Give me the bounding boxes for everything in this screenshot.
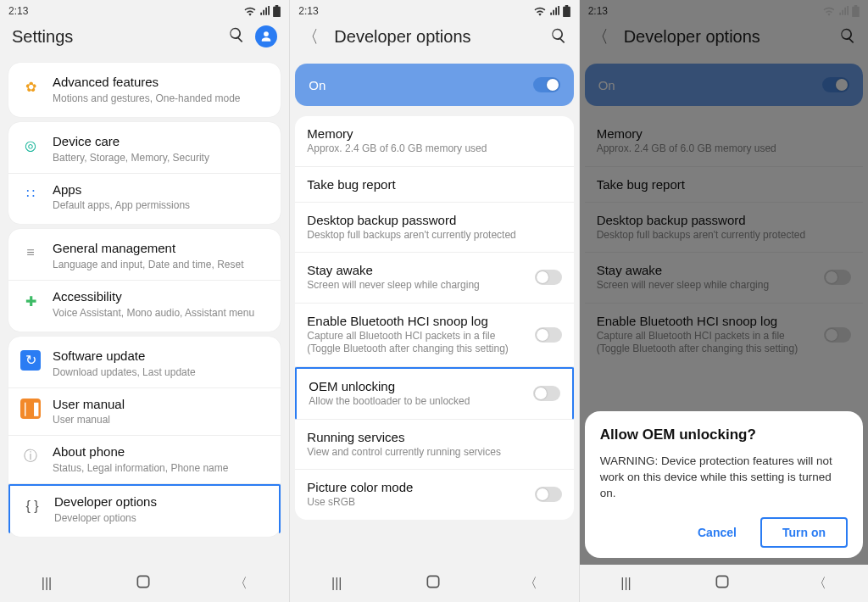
- dialog-title: Allow OEM unlocking?: [600, 426, 848, 443]
- status-time: 2:13: [298, 5, 318, 17]
- item-title: Developer options: [54, 494, 267, 510]
- wifi-icon: [244, 6, 256, 16]
- recents-button[interactable]: |||: [42, 576, 52, 591]
- item-title: Advanced features: [53, 75, 269, 91]
- switch-off-icon[interactable]: [824, 270, 851, 285]
- back-button[interactable]: 〈: [592, 25, 609, 48]
- item-subtitle: Approx. 2.4 GB of 6.0 GB memory used: [597, 142, 815, 156]
- settings-item-user-manual[interactable]: ❘❚ User manual User manual: [8, 388, 281, 437]
- item-subtitle: Approx. 2.4 GB of 6.0 GB memory used: [307, 142, 526, 156]
- back-button[interactable]: 〈: [302, 25, 319, 48]
- search-icon: [228, 26, 245, 43]
- oem-unlock-dialog: Allow OEM unlocking? WARNING: Device pro…: [585, 411, 863, 558]
- status-icons: [244, 5, 281, 17]
- settings-item-general-management[interactable]: ≡ General management Language and input,…: [8, 232, 281, 281]
- developer-options-list: Memory Approx. 2.4 GB of 6.0 GB memory u…: [585, 116, 863, 366]
- search-button[interactable]: [550, 27, 567, 47]
- developer-options-list[interactable]: Memory Approx. 2.4 GB of 6.0 GB memory u…: [295, 116, 573, 520]
- item-title: Picture color mode: [307, 480, 526, 494]
- item-subtitle: Status, Legal information, Phone name: [53, 462, 269, 475]
- settings-item-apps[interactable]: ∷ Apps Default apps, App permissions: [8, 174, 281, 221]
- item-running-services[interactable]: Running services View and control curren…: [295, 420, 573, 471]
- switch-off-icon[interactable]: [535, 487, 562, 502]
- item-stay-awake[interactable]: Stay awake Screen will never sleep while…: [585, 253, 863, 304]
- sync-icon: ↻: [20, 350, 41, 371]
- search-icon: [550, 27, 567, 44]
- item-bluetooth-hci-snoop[interactable]: Enable Bluetooth HCI snoop log Capture a…: [295, 304, 573, 367]
- item-title: Apps: [53, 182, 269, 198]
- accessibility-icon: ✚: [20, 291, 41, 311]
- home-button[interactable]: [135, 573, 152, 594]
- home-button[interactable]: [714, 573, 731, 594]
- switch-off-icon[interactable]: [824, 327, 851, 343]
- turn-on-button[interactable]: Turn on: [760, 517, 848, 548]
- settings-item-software-update[interactable]: ↻ Software update Download updates, Last…: [8, 340, 281, 388]
- account-button[interactable]: [255, 25, 277, 47]
- item-title: Desktop backup password: [597, 213, 815, 227]
- item-memory[interactable]: Memory Approx. 2.4 GB of 6.0 GB memory u…: [295, 116, 573, 167]
- gear-icon: ✿: [20, 76, 41, 97]
- status-bar: 2:13: [0, 0, 289, 19]
- item-bluetooth-hci-snoop[interactable]: Enable Bluetooth HCI snoop log Capture a…: [585, 304, 863, 366]
- info-icon: ⓘ: [20, 446, 41, 466]
- item-bug-report[interactable]: Take bug report: [585, 167, 863, 203]
- settings-item-about-phone[interactable]: ⓘ About phone Status, Legal information,…: [8, 436, 281, 484]
- back-button[interactable]: 〈: [524, 575, 537, 593]
- search-button[interactable]: [228, 26, 245, 47]
- item-title: Enable Bluetooth HCI snoop log: [307, 314, 526, 328]
- item-title: OEM unlocking: [309, 379, 524, 393]
- signal-icon: [838, 6, 849, 16]
- item-title: Take bug report: [307, 177, 526, 192]
- screen-developer-options: 2:13 〈 Developer options On Memory Appro…: [289, 0, 578, 602]
- item-title: Device care: [53, 134, 269, 150]
- item-subtitle: Language and input, Date and time, Reset: [53, 259, 269, 271]
- settings-list[interactable]: ✿ Advanced features Motions and gestures…: [0, 58, 289, 602]
- master-toggle[interactable]: On: [585, 64, 863, 106]
- dialog-actions: Cancel Turn on: [600, 517, 848, 548]
- switch-off-icon[interactable]: [535, 270, 562, 285]
- item-title: Stay awake: [307, 263, 526, 277]
- item-picture-color-mode[interactable]: Picture color mode Use sRGB: [295, 470, 573, 520]
- item-oem-unlocking[interactable]: OEM unlocking Allow the bootloader to be…: [295, 367, 573, 420]
- back-button[interactable]: 〈: [813, 575, 826, 593]
- item-subtitle: Desktop full backups aren't currently pr…: [307, 229, 526, 242]
- master-toggle-label: On: [598, 78, 615, 92]
- switch-on-icon: [533, 77, 560, 92]
- back-button[interactable]: 〈: [234, 575, 248, 593]
- battery-icon: [852, 5, 860, 17]
- item-desktop-backup-password[interactable]: Desktop backup password Desktop full bac…: [295, 203, 573, 254]
- search-button[interactable]: [839, 27, 856, 47]
- recents-button[interactable]: |||: [331, 576, 342, 591]
- recents-button[interactable]: |||: [620, 576, 631, 591]
- app-bar: Settings: [0, 19, 289, 58]
- settings-item-developer-options[interactable]: { } Developer options Developer options: [8, 484, 281, 533]
- switch-off-icon[interactable]: [535, 327, 562, 343]
- item-subtitle: Motions and gestures, One-handed mode: [53, 92, 269, 105]
- item-title: About phone: [53, 444, 269, 460]
- manual-icon: ❘❚: [20, 399, 41, 419]
- item-memory[interactable]: Memory Approx. 2.4 GB of 6.0 GB memory u…: [585, 116, 863, 167]
- item-bug-report[interactable]: Take bug report: [295, 167, 573, 203]
- item-subtitle: Battery, Storage, Memory, Security: [53, 152, 269, 164]
- settings-group: ≡ General management Language and input,…: [8, 229, 281, 332]
- item-subtitle: Default apps, App permissions: [53, 199, 269, 212]
- settings-item-accessibility[interactable]: ✚ Accessibility Voice Assistant, Mono au…: [8, 281, 281, 328]
- switch-off-icon[interactable]: [533, 386, 560, 401]
- search-icon: [839, 27, 856, 44]
- cancel-button[interactable]: Cancel: [686, 519, 748, 546]
- item-stay-awake[interactable]: Stay awake Screen will never sleep while…: [295, 253, 573, 304]
- settings-item-advanced-features[interactable]: ✿ Advanced features Motions and gestures…: [8, 66, 281, 114]
- page-title: Settings: [12, 27, 73, 47]
- item-desktop-backup-password[interactable]: Desktop backup password Desktop full bac…: [585, 203, 863, 254]
- master-toggle[interactable]: On: [295, 64, 573, 106]
- home-button[interactable]: [425, 573, 442, 594]
- status-time: 2:13: [8, 5, 28, 17]
- item-subtitle: View and control currently running servi…: [307, 446, 526, 460]
- dialog-body: WARNING: Device protection features will…: [600, 454, 848, 502]
- settings-item-device-care[interactable]: ◎ Device care Battery, Storage, Memory, …: [8, 125, 281, 174]
- item-subtitle: Download updates, Last update: [53, 366, 269, 379]
- item-subtitle: Voice Assistant, Mono audio, Assistant m…: [53, 307, 269, 320]
- item-title: Accessibility: [53, 289, 269, 305]
- page-title: Developer options: [334, 27, 470, 47]
- settings-group: ✿ Advanced features Motions and gestures…: [8, 63, 281, 117]
